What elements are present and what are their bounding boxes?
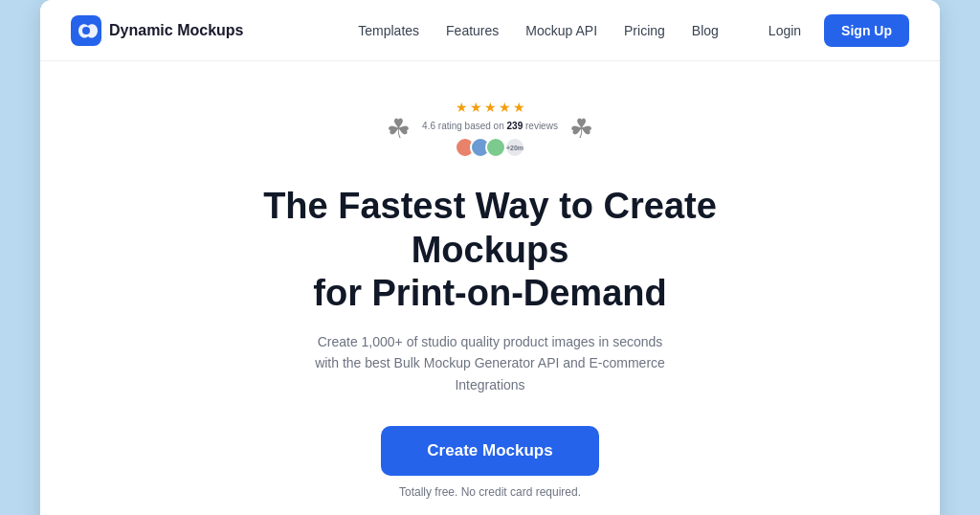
nav-link-blog[interactable]: Blog bbox=[692, 23, 719, 38]
hero-title-line2: for Print-on-Demand bbox=[313, 273, 666, 313]
star-2: ★ bbox=[470, 100, 482, 115]
nav-link-mockup-api[interactable]: Mockup API bbox=[525, 23, 597, 38]
review-count: 239 bbox=[507, 121, 523, 131]
rating-text-after: reviews bbox=[525, 121, 558, 131]
star-half: ★ bbox=[513, 100, 525, 115]
star-4: ★ bbox=[499, 100, 511, 115]
rating-badge: ☘ ★ ★ ★ ★ ★ 4.6 rating based on 239 revi… bbox=[387, 100, 593, 158]
nav-link-templates[interactable]: Templates bbox=[358, 23, 419, 38]
cta-note: Totally free. No credit card required. bbox=[399, 485, 581, 499]
avatar-more: +20m bbox=[504, 137, 525, 158]
navbar: Dynamic Mockups Templates Features Mocku… bbox=[40, 0, 940, 61]
avatar-group bbox=[455, 137, 506, 158]
avatars-row: +20m bbox=[455, 137, 525, 158]
star-1: ★ bbox=[456, 100, 468, 115]
star-3: ★ bbox=[484, 100, 497, 115]
signup-button[interactable]: Sign Up bbox=[824, 14, 909, 47]
logo-area: Dynamic Mockups bbox=[71, 15, 243, 46]
nav-link-features[interactable]: Features bbox=[446, 23, 499, 38]
laurel-left-icon: ☘ bbox=[569, 116, 593, 143]
browser-window: Dynamic Mockups Templates Features Mocku… bbox=[40, 0, 940, 515]
hero-section: ☘ ★ ★ ★ ★ ★ 4.6 rating based on 239 revi… bbox=[40, 61, 940, 515]
brand-name: Dynamic Mockups bbox=[109, 22, 243, 39]
hero-subtitle: Create 1,000+ of studio quality product … bbox=[279, 331, 701, 395]
rating-text: 4.6 rating based on 239 reviews bbox=[422, 121, 558, 131]
hero-title: The Fastest Way to Create Mockups for Pr… bbox=[203, 185, 777, 316]
laurel-right-icon: ☘ bbox=[387, 116, 411, 143]
svg-point-1 bbox=[82, 27, 90, 34]
brand-logo-icon bbox=[71, 15, 101, 46]
hero-subtitle-line1: Create 1,000+ of studio quality product … bbox=[318, 334, 663, 349]
login-button[interactable]: Login bbox=[757, 15, 813, 46]
avatar-3 bbox=[485, 137, 506, 158]
nav-link-pricing[interactable]: Pricing bbox=[624, 23, 665, 38]
hero-title-line1: The Fastest Way to Create Mockups bbox=[263, 186, 717, 270]
rating-content: ★ ★ ★ ★ ★ 4.6 rating based on 239 review… bbox=[422, 100, 558, 158]
rating-score: 4.6 bbox=[422, 121, 435, 131]
create-mockups-button[interactable]: Create Mockups bbox=[381, 426, 598, 476]
rating-text-before: rating based on bbox=[438, 121, 507, 131]
hero-subtitle-line2: with the best Bulk Mockup Generator API … bbox=[315, 355, 665, 392]
stars-display: ★ ★ ★ ★ ★ bbox=[456, 100, 525, 115]
nav-links: Templates Features Mockup API Pricing Bl… bbox=[358, 23, 719, 38]
nav-actions: Login Sign Up bbox=[757, 14, 909, 47]
